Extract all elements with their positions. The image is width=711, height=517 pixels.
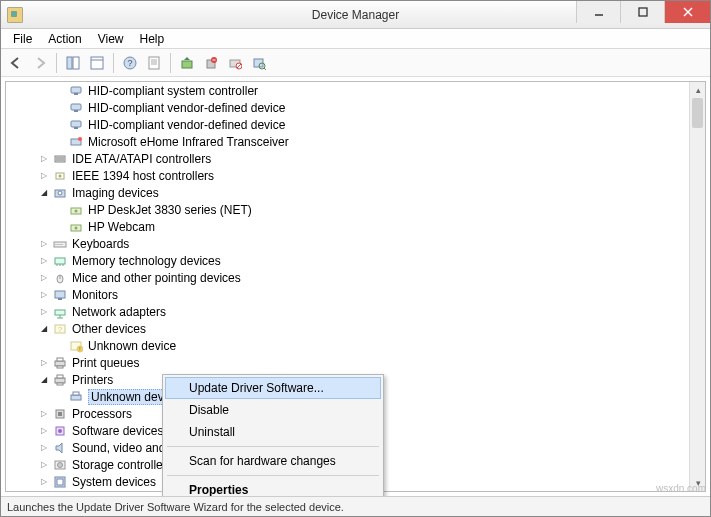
maximize-button[interactable] — [620, 1, 664, 23]
ctx-uninstall[interactable]: Uninstall — [165, 421, 381, 443]
tree-item-label[interactable]: Memory technology devices — [72, 254, 221, 268]
tree-item-label[interactable]: Monitors — [72, 288, 118, 302]
tree-row[interactable]: ▷Keyboards — [6, 235, 689, 252]
sound-icon — [52, 441, 68, 455]
close-button[interactable] — [664, 1, 710, 23]
tree-row[interactable]: ◢?Other devices — [6, 320, 689, 337]
tree-row[interactable]: ▷Print queues — [6, 354, 689, 371]
scan-icon — [252, 56, 266, 70]
expand-closed-icon[interactable]: ▷ — [38, 459, 50, 471]
tree-item-label[interactable]: HID-compliant vendor-defined device — [88, 101, 285, 115]
tree-item-label[interactable]: Processors — [72, 407, 132, 421]
disable-button[interactable] — [224, 52, 246, 74]
tree-item-label[interactable]: Microsoft eHome Infrared Transceiver — [88, 135, 289, 149]
ctx-update-driver[interactable]: Update Driver Software... — [165, 377, 381, 399]
tree-row[interactable]: ▷Memory technology devices — [6, 252, 689, 269]
menu-view[interactable]: View — [90, 30, 132, 48]
help-icon: ? — [123, 56, 137, 70]
tree-row[interactable]: ▷Mice and other pointing devices — [6, 269, 689, 286]
svg-rect-24 — [71, 87, 81, 93]
tree-item-label[interactable]: Printers — [72, 373, 113, 387]
tree-item-label[interactable]: IDE ATA/ATAPI controllers — [72, 152, 211, 166]
tree-item-label[interactable]: Other devices — [72, 322, 146, 336]
svg-rect-69 — [57, 383, 63, 385]
tree-item-label[interactable]: Network adapters — [72, 305, 166, 319]
tree-item-label[interactable]: Keyboards — [72, 237, 129, 251]
scroll-up-icon[interactable]: ▴ — [690, 82, 706, 98]
forward-button[interactable] — [29, 52, 51, 74]
svg-point-36 — [59, 174, 62, 177]
tree-row[interactable]: HID-compliant vendor-defined device — [6, 99, 689, 116]
tree-row[interactable]: ▷Network adapters — [6, 303, 689, 320]
tree-row[interactable]: ◢Imaging devices — [6, 184, 689, 201]
vertical-scrollbar[interactable]: ▴ ▾ — [689, 82, 705, 491]
expand-closed-icon[interactable]: ▷ — [38, 255, 50, 267]
menu-action[interactable]: Action — [40, 30, 89, 48]
back-button[interactable] — [5, 52, 27, 74]
tree-row[interactable]: HID-compliant system controller — [6, 82, 689, 99]
expand-closed-icon[interactable]: ▷ — [38, 408, 50, 420]
expand-closed-icon[interactable]: ▷ — [38, 357, 50, 369]
expand-closed-icon[interactable]: ▷ — [38, 238, 50, 250]
tree-item-label[interactable]: IEEE 1394 host controllers — [72, 169, 214, 183]
keyboard-icon — [53, 237, 67, 251]
ieee1394-icon — [52, 169, 68, 183]
tree-row[interactable]: !Unknown device — [6, 337, 689, 354]
expand-closed-icon[interactable]: ▷ — [38, 442, 50, 454]
scroll-thumb[interactable] — [692, 98, 703, 128]
update-driver-button[interactable] — [176, 52, 198, 74]
printer-icon — [53, 373, 67, 387]
uninstall-button[interactable] — [200, 52, 222, 74]
tree-item-label[interactable]: HP Webcam — [88, 220, 155, 234]
help-button[interactable]: ? — [119, 52, 141, 74]
menu-file[interactable]: File — [5, 30, 40, 48]
expand-closed-icon[interactable]: ▷ — [38, 425, 50, 437]
scan-hardware-button[interactable] — [248, 52, 270, 74]
mouse-icon — [53, 271, 67, 285]
ctx-disable[interactable]: Disable — [165, 399, 381, 421]
tree-item-label[interactable]: Software devices — [72, 424, 163, 438]
expand-closed-icon[interactable]: ▷ — [38, 153, 50, 165]
show-hide-tree-button[interactable] — [62, 52, 84, 74]
tree-row[interactable]: ▷IEEE 1394 host controllers — [6, 167, 689, 184]
expand-open-icon[interactable]: ◢ — [38, 187, 50, 199]
ide-icon — [52, 152, 68, 166]
tree-item-label[interactable]: HP DeskJet 3830 series (NET) — [88, 203, 252, 217]
hid-icon — [68, 118, 84, 132]
tree-item-label[interactable]: Imaging devices — [72, 186, 159, 200]
expand-closed-icon[interactable]: ▷ — [38, 289, 50, 301]
tree-row[interactable]: Microsoft eHome Infrared Transceiver — [6, 133, 689, 150]
expand-open-icon[interactable]: ◢ — [38, 374, 50, 386]
tree-row[interactable]: ▷IDE ATA/ATAPI controllers — [6, 150, 689, 167]
view-button[interactable] — [86, 52, 108, 74]
expand-open-icon[interactable]: ◢ — [38, 323, 50, 335]
svg-rect-54 — [55, 291, 65, 298]
ide-icon — [53, 152, 67, 166]
expand-closed-icon[interactable]: ▷ — [38, 306, 50, 318]
ctx-scan-hardware[interactable]: Scan for hardware changes — [165, 450, 381, 472]
hid-icon — [68, 101, 84, 115]
expand-closed-icon[interactable]: ▷ — [38, 272, 50, 284]
minimize-button[interactable] — [576, 1, 620, 23]
tree-item-label[interactable]: System devices — [72, 475, 156, 489]
svg-text:!: ! — [79, 346, 80, 352]
tree-row[interactable]: ▷Monitors — [6, 286, 689, 303]
tree-row[interactable]: HP DeskJet 3830 series (NET) — [6, 201, 689, 218]
svg-rect-26 — [71, 104, 81, 110]
tree-item-label[interactable]: Print queues — [72, 356, 139, 370]
expand-closed-icon[interactable]: ▷ — [38, 170, 50, 182]
menu-help[interactable]: Help — [132, 30, 173, 48]
tree-item-label[interactable]: Unknown device — [88, 339, 176, 353]
view-icon — [90, 56, 104, 70]
tree-row[interactable]: HP Webcam — [6, 218, 689, 235]
tree-item-label[interactable]: HID-compliant system controller — [88, 84, 258, 98]
disable-icon — [228, 56, 242, 70]
unknown-icon: ! — [68, 339, 84, 353]
tree-row[interactable]: HID-compliant vendor-defined device — [6, 116, 689, 133]
unknown-icon: ! — [69, 339, 83, 353]
tree-item-label[interactable]: Mice and other pointing devices — [72, 271, 241, 285]
expand-closed-icon[interactable]: ▷ — [38, 476, 50, 488]
properties-button[interactable] — [143, 52, 165, 74]
tree-item-label[interactable]: Storage controllers — [72, 458, 173, 472]
tree-item-label[interactable]: HID-compliant vendor-defined device — [88, 118, 285, 132]
